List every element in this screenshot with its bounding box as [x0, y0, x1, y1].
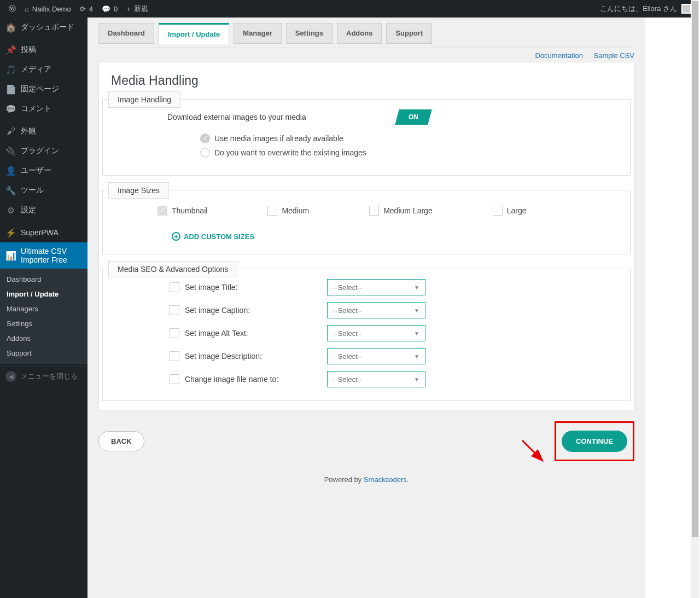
continue-button[interactable]: CONTINUE — [562, 431, 627, 452]
updates-link[interactable]: ⟳4 — [75, 0, 97, 18]
menu-users[interactable]: 👤ユーザー — [0, 161, 88, 181]
plus-circle-icon: + — [172, 232, 180, 241]
checkbox-icon — [158, 206, 167, 216]
smackcoders-link[interactable]: Smackcoders — [364, 475, 407, 484]
admin-sidebar: 🏠ダッシュボード 📌投稿 🎵メディア 📄固定ページ 💬コメント 🖌外観 🔌プラグ… — [0, 18, 88, 598]
description-check[interactable] — [170, 351, 179, 361]
filename-check[interactable] — [170, 374, 179, 384]
wordpress-icon: ⓦ — [9, 4, 16, 14]
tab-support[interactable]: Support — [386, 23, 432, 44]
caption-select[interactable]: --Select--▼ — [327, 302, 425, 318]
pwa-icon: ⚡ — [5, 227, 16, 238]
chevron-down-icon: ▼ — [414, 330, 419, 336]
menu-tools[interactable]: 🔧ツール — [0, 181, 88, 200]
download-toggle[interactable]: ON — [395, 109, 432, 125]
csv-submenu: Dashboard Import / Update Managers Setti… — [0, 269, 88, 364]
use-existing-label: Use media images if already available — [214, 134, 343, 143]
brush-icon: 🖌 — [5, 126, 16, 137]
media-seo-legend: Media SEO & Advanced Options — [108, 261, 237, 277]
image-handling-legend: Image Handling — [108, 91, 180, 108]
submenu-import[interactable]: Import / Update — [0, 287, 88, 301]
nav-buttons: BACK CONTINUE — [98, 421, 634, 466]
page-title: Media Handling — [111, 73, 622, 88]
submenu-support[interactable]: Support — [0, 346, 88, 361]
tab-settings[interactable]: Settings — [286, 23, 332, 44]
submenu-settings[interactable]: Settings — [0, 316, 88, 331]
tab-addons[interactable]: Addons — [337, 23, 382, 44]
doc-links: Documentation Sample CSV — [98, 51, 634, 60]
title-check[interactable] — [170, 282, 179, 292]
chevron-down-icon: ▼ — [414, 285, 419, 291]
submenu-dashboard[interactable]: Dashboard — [0, 272, 88, 287]
comments-link[interactable]: 💬0 — [97, 0, 122, 18]
media-handling-card: Media Handling Image Handling Download e… — [98, 62, 634, 410]
home-icon: ⌂ — [25, 5, 29, 13]
caption-check[interactable] — [170, 305, 179, 315]
scrollbar-thumb[interactable] — [692, 18, 698, 537]
download-external-label: Download external images to your media — [113, 113, 397, 121]
menu-posts[interactable]: 📌投稿 — [0, 40, 88, 60]
use-existing-radio[interactable] — [200, 133, 210, 143]
chevron-down-icon: ▼ — [414, 353, 419, 359]
chevron-down-icon: ▼ — [414, 307, 419, 313]
wp-logo[interactable]: ⓦ — [4, 0, 20, 18]
user-menu[interactable]: こんにちは、Ellora さん — [600, 4, 696, 14]
add-custom-sizes-button[interactable]: +ADD CUSTOM SIZES — [113, 232, 620, 241]
greeting: こんにちは、Ellora さん — [600, 4, 677, 14]
site-name-link[interactable]: ⌂Naifix Demo — [20, 0, 75, 18]
dashboard-icon: 🏠 — [5, 22, 16, 33]
tab-import[interactable]: Import / Update — [159, 23, 229, 44]
new-content-link[interactable]: +新規 — [122, 0, 153, 18]
chevron-down-icon: ▼ — [414, 376, 419, 382]
menu-csv-importer[interactable]: 📊Ultimate CSV Importer Free — [0, 242, 88, 269]
menu-pages[interactable]: 📄固定ページ — [0, 79, 88, 99]
large-check[interactable]: Large — [493, 206, 527, 216]
tab-dashboard[interactable]: Dashboard — [98, 23, 154, 44]
avatar-icon — [681, 4, 691, 14]
menu-appearance[interactable]: 🖌外観 — [0, 121, 88, 141]
menu-dashboard[interactable]: 🏠ダッシュボード — [0, 18, 88, 37]
image-handling-fieldset: Image Handling Download external images … — [102, 99, 631, 176]
alt-check[interactable] — [170, 328, 179, 338]
menu-comments[interactable]: 💬コメント — [0, 99, 88, 119]
menu-superpwa[interactable]: ⚡SuperPWA — [0, 223, 88, 242]
medium-check[interactable]: Medium — [267, 206, 309, 216]
submenu-managers[interactable]: Managers — [0, 301, 88, 316]
menu-media[interactable]: 🎵メディア — [0, 60, 88, 79]
plus-icon: + — [126, 5, 131, 13]
documentation-link[interactable]: Documentation — [535, 51, 583, 60]
filename-label: Change image file name to: — [185, 375, 327, 384]
new-label: 新規 — [134, 4, 148, 14]
collapse-menu[interactable]: ◀メニューを閉じる — [0, 366, 88, 386]
sample-csv-link[interactable]: Sample CSV — [594, 51, 634, 60]
overwrite-label: Do you want to overwrite the existing im… — [214, 148, 366, 157]
tab-manager[interactable]: Manager — [234, 23, 281, 44]
csv-icon: 📊 — [5, 250, 16, 261]
checkbox-icon — [369, 206, 379, 216]
update-icon: ⟳ — [80, 5, 86, 13]
caption-label: Set image Caption: — [185, 306, 327, 315]
collapse-icon: ◀ — [5, 371, 16, 382]
description-select[interactable]: --Select--▼ — [327, 348, 425, 364]
menu-plugins[interactable]: 🔌プラグイン — [0, 141, 88, 161]
plug-icon: 🔌 — [5, 146, 16, 156]
menu-settings[interactable]: ⚙設定 — [0, 200, 88, 220]
back-button[interactable]: BACK — [98, 431, 144, 451]
wrench-icon: 🔧 — [5, 185, 16, 196]
comment-count: 0 — [114, 5, 118, 13]
title-select[interactable]: --Select--▼ — [327, 279, 425, 295]
filename-select[interactable]: --Select--▼ — [327, 371, 425, 387]
alt-select[interactable]: --Select--▼ — [327, 325, 425, 341]
continue-highlight: CONTINUE — [555, 421, 634, 461]
scrollbar[interactable]: ▲ — [691, 18, 700, 598]
page-icon: 📄 — [5, 84, 16, 95]
plugin-tabs: Dashboard Import / Update Manager Settin… — [98, 23, 634, 44]
media-seo-fieldset: Media SEO & Advanced Options Set image T… — [102, 269, 631, 401]
medium-large-check[interactable]: Medium Large — [369, 206, 433, 216]
content-area: Dashboard Import / Update Manager Settin… — [88, 18, 645, 598]
thumbnail-check[interactable]: Thumbnail — [158, 206, 207, 216]
submenu-addons[interactable]: Addons — [0, 331, 88, 346]
admin-top-bar: ⓦ ⌂Naifix Demo ⟳4 💬0 +新規 こんにちは、Ellora さん — [0, 0, 700, 18]
alt-label: Set image Alt Text: — [185, 329, 327, 338]
overwrite-radio[interactable] — [200, 148, 210, 158]
